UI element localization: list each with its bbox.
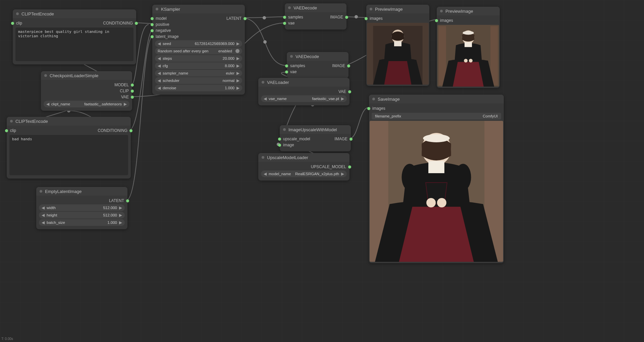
chevron-left-icon[interactable]: ◀ bbox=[264, 96, 267, 101]
collapse-dot-icon[interactable] bbox=[288, 6, 291, 9]
sampler-widget[interactable]: ◀ sampler_name euler ▶ bbox=[155, 70, 242, 77]
prompt-textarea[interactable]: bad hands bbox=[9, 135, 128, 175]
collapse-dot-icon[interactable] bbox=[10, 120, 13, 123]
steps-widget[interactable]: ◀ steps 20.000 ▶ bbox=[155, 55, 242, 62]
node-header[interactable]: VAEDecode bbox=[287, 52, 348, 61]
chevron-right-icon[interactable]: ▶ bbox=[236, 86, 239, 90]
chevron-right-icon[interactable]: ▶ bbox=[119, 220, 122, 225]
collapse-dot-icon[interactable] bbox=[262, 156, 264, 159]
node-header[interactable]: CLIPTextEncode bbox=[7, 117, 131, 126]
input-port-clip[interactable]: clip bbox=[15, 20, 22, 26]
node-header[interactable]: VAEDecode bbox=[285, 3, 346, 12]
input-port-samples[interactable]: samples bbox=[287, 14, 303, 20]
output-port-model[interactable]: MODEL bbox=[44, 82, 129, 88]
node-checkpointloader[interactable]: CheckpointLoaderSimple MODEL CLIP VAE ◀ … bbox=[41, 71, 132, 111]
node-previewimage-2[interactable]: PreviewImage images bbox=[437, 7, 500, 88]
input-port-latent[interactable]: latent_image bbox=[155, 34, 179, 40]
collapse-dot-icon[interactable] bbox=[290, 55, 293, 58]
node-header[interactable]: VAELoader bbox=[258, 78, 350, 87]
node-imageupscale[interactable]: ImageUpscaleWithModel upscale_model imag… bbox=[280, 125, 351, 151]
chevron-right-icon[interactable]: ▶ bbox=[119, 205, 122, 210]
denoise-widget[interactable]: ◀ denoise 1.000 ▶ bbox=[155, 85, 242, 91]
node-cliptextencode-negative[interactable]: CLIPTextEncode clip CONDITIONING bad han… bbox=[7, 117, 131, 179]
input-port-model[interactable]: model bbox=[155, 15, 179, 21]
chevron-left-icon[interactable]: ◀ bbox=[46, 102, 49, 106]
input-port-vae[interactable]: vae bbox=[289, 69, 305, 75]
chevron-right-icon[interactable]: ▶ bbox=[236, 41, 239, 46]
ckpt-name-widget[interactable]: ◀ ckpt_name faetastic_.safetensors ▶ bbox=[44, 101, 129, 107]
collapse-dot-icon[interactable] bbox=[156, 8, 158, 10]
chevron-right-icon[interactable]: ▶ bbox=[341, 172, 344, 176]
toggle-icon[interactable] bbox=[235, 49, 239, 53]
input-port-upscale-model[interactable]: upscale_model bbox=[282, 136, 310, 142]
output-port-conditioning[interactable]: CONDITIONING bbox=[98, 128, 128, 134]
collapse-dot-icon[interactable] bbox=[440, 10, 443, 12]
node-header[interactable]: EmptyLatentImage bbox=[36, 187, 127, 196]
chevron-left-icon[interactable]: ◀ bbox=[42, 205, 45, 210]
output-port-image[interactable]: IMAGE bbox=[332, 63, 346, 69]
input-port-clip[interactable]: clip bbox=[9, 128, 16, 134]
random-seed-toggle[interactable]: Random seed after every gen enabled bbox=[155, 48, 242, 54]
node-ksampler[interactable]: KSampler model positive negative latent_… bbox=[152, 5, 245, 95]
chevron-left-icon[interactable]: ◀ bbox=[264, 172, 267, 176]
node-previewimage-1[interactable]: PreviewImage images bbox=[366, 5, 429, 86]
output-port-image[interactable]: IMAGE bbox=[334, 136, 348, 142]
scheduler-widget[interactable]: ◀ scheduler normal ▶ bbox=[155, 77, 242, 84]
input-port-positive[interactable]: positive bbox=[155, 21, 179, 28]
node-header[interactable]: ImageUpscaleWithModel bbox=[280, 125, 351, 134]
seed-widget[interactable]: ◀ seed 617281412569369.000 ▶ bbox=[155, 40, 242, 47]
node-vaeloader[interactable]: VAELoader VAE ◀ vae_name faetastic_vae.p… bbox=[258, 78, 350, 105]
collapse-dot-icon[interactable] bbox=[16, 12, 19, 15]
collapse-dot-icon[interactable] bbox=[372, 98, 375, 100]
input-port-image[interactable]: image bbox=[282, 142, 310, 148]
node-header[interactable]: UpscaleModelLoader bbox=[258, 153, 350, 162]
collapse-dot-icon[interactable] bbox=[283, 128, 286, 131]
batch-widget[interactable]: ◀ batch_size 1.000 ▶ bbox=[39, 219, 125, 226]
input-port-negative[interactable]: negative bbox=[155, 28, 179, 34]
node-header[interactable]: SaveImage bbox=[369, 95, 504, 103]
node-emptylatentimage[interactable]: EmptyLatentImage LATENT ◀ width 512.000 … bbox=[36, 187, 127, 229]
filename-prefix-widget[interactable]: filename_prefix ComfyUI bbox=[372, 113, 501, 119]
output-port-vae[interactable]: VAE bbox=[44, 94, 129, 100]
output-port-clip[interactable]: CLIP bbox=[44, 88, 129, 94]
prompt-textarea[interactable]: masterpiece best quality girl standing i… bbox=[15, 28, 133, 61]
chevron-left-icon[interactable]: ◀ bbox=[158, 56, 161, 61]
node-header[interactable]: KSampler bbox=[152, 5, 245, 13]
node-vaedecode-2[interactable]: VAEDecode samples vae IMAGE bbox=[287, 52, 348, 78]
node-header[interactable]: CheckpointLoaderSimple bbox=[41, 71, 132, 80]
input-port-images[interactable]: images bbox=[369, 15, 427, 21]
chevron-right-icon[interactable]: ▶ bbox=[124, 102, 127, 106]
output-port-image[interactable]: IMAGE bbox=[330, 14, 344, 20]
chevron-right-icon[interactable]: ▶ bbox=[341, 96, 344, 101]
node-saveimage[interactable]: SaveImage images filename_prefix ComfyUI bbox=[369, 95, 504, 263]
chevron-left-icon[interactable]: ◀ bbox=[158, 41, 161, 46]
width-widget[interactable]: ◀ width 512.000 ▶ bbox=[39, 204, 125, 211]
chevron-right-icon[interactable]: ▶ bbox=[236, 63, 239, 68]
model-name-widget[interactable]: ◀ model_name RealESRGAN_x2plus.pth ▶ bbox=[261, 170, 347, 177]
input-port-samples[interactable]: samples bbox=[289, 63, 305, 69]
node-cliptextencode-positive[interactable]: CLIPTextEncode clip CONDITIONING masterp… bbox=[13, 9, 136, 64]
collapse-dot-icon[interactable] bbox=[44, 74, 47, 77]
node-header[interactable]: CLIPTextEncode bbox=[13, 9, 136, 18]
node-header[interactable]: PreviewImage bbox=[366, 5, 429, 13]
chevron-right-icon[interactable]: ▶ bbox=[236, 56, 239, 61]
input-port-images[interactable]: images bbox=[439, 17, 497, 23]
node-header[interactable]: PreviewImage bbox=[437, 7, 500, 15]
output-port-upscale-model[interactable]: UPSCALE_MODEL bbox=[261, 164, 347, 170]
chevron-left-icon[interactable]: ◀ bbox=[158, 78, 161, 83]
chevron-left-icon[interactable]: ◀ bbox=[158, 86, 161, 90]
chevron-right-icon[interactable]: ▶ bbox=[236, 78, 239, 83]
collapse-dot-icon[interactable] bbox=[262, 81, 264, 84]
chevron-left-icon[interactable]: ◀ bbox=[42, 213, 45, 217]
height-widget[interactable]: ◀ height 512.000 ▶ bbox=[39, 212, 125, 218]
output-port-vae[interactable]: VAE bbox=[261, 89, 347, 95]
chevron-left-icon[interactable]: ◀ bbox=[158, 71, 161, 76]
vae-name-widget[interactable]: ◀ vae_name faetastic_vae.pt ▶ bbox=[261, 95, 347, 102]
chevron-right-icon[interactable]: ▶ bbox=[119, 213, 122, 217]
input-port-images[interactable]: images bbox=[372, 105, 501, 111]
cfg-widget[interactable]: ◀ cfg 8.000 ▶ bbox=[155, 62, 242, 69]
input-port-vae[interactable]: vae bbox=[287, 20, 303, 26]
collapse-dot-icon[interactable] bbox=[370, 8, 372, 10]
output-port-latent[interactable]: LATENT bbox=[39, 198, 125, 204]
chevron-left-icon[interactable]: ◀ bbox=[42, 220, 45, 225]
